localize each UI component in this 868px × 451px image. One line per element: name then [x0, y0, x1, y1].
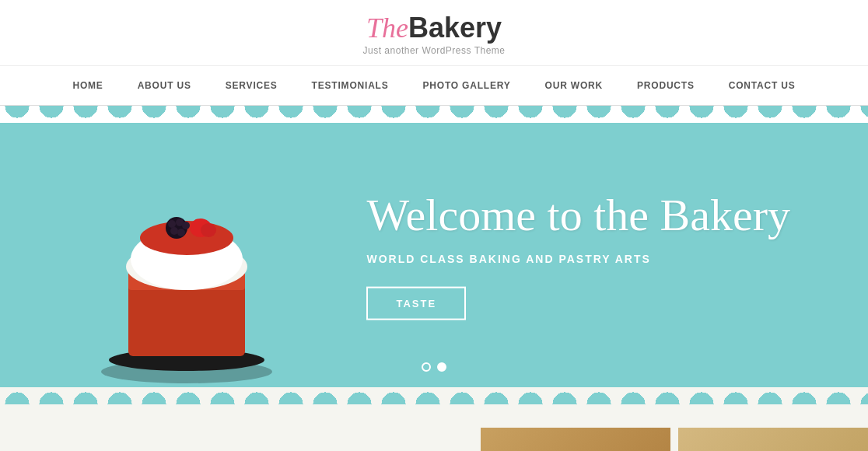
below-hero-section: D — [0, 404, 868, 451]
svg-point-12 — [182, 222, 190, 229]
nav-link-services[interactable]: SERVICES — [208, 66, 295, 105]
hero-section: Welcome to the Bakery WORLD CLASS BAKING… — [0, 123, 868, 387]
logo-the: The — [366, 12, 408, 44]
thumbnail-1 — [481, 428, 670, 451]
nav-item-services[interactable]: SERVICES — [208, 66, 295, 105]
main-nav: HOME ABOUT US SERVICES TESTIMONIALS PHOT… — [0, 66, 868, 106]
svg-point-10 — [168, 220, 176, 228]
nav-list: HOME ABOUT US SERVICES TESTIMONIALS PHOT… — [0, 66, 868, 105]
hero-cake-image — [62, 138, 311, 387]
nav-link-contact[interactable]: CONTACT US — [712, 66, 813, 105]
below-left-content: D — [0, 428, 481, 451]
nav-item-contact[interactable]: CONTACT US — [712, 66, 813, 105]
nav-link-about[interactable]: ABOUT US — [121, 66, 208, 105]
slider-dot-2[interactable] — [437, 362, 446, 372]
wavy-top-border — [0, 106, 868, 123]
nav-link-home[interactable]: HOME — [55, 66, 120, 105]
cake-svg — [70, 146, 303, 387]
nav-item-products[interactable]: PRODUCTS — [620, 66, 712, 105]
hero-subtitle: WORLD CLASS BAKING AND PASTRY ARTS — [366, 252, 790, 264]
nav-link-products[interactable]: PRODUCTS — [620, 66, 712, 105]
taste-button[interactable]: TASTE — [366, 286, 466, 320]
logo-bakery: Bakery — [408, 12, 502, 44]
nav-item-home[interactable]: HOME — [55, 66, 120, 105]
site-header: TheBakery Just another WordPress Theme — [0, 0, 868, 66]
nav-item-work[interactable]: OUR WORK — [528, 66, 620, 105]
site-logo: TheBakery — [0, 14, 868, 42]
hero-text-block: Welcome to the Bakery WORLD CLASS BAKING… — [366, 191, 790, 320]
slider-dots — [422, 362, 446, 372]
svg-point-8 — [201, 223, 216, 237]
wavy-bottom-border — [0, 387, 868, 404]
nav-item-testimonials[interactable]: TESTIMONIALS — [295, 66, 406, 105]
nav-item-about[interactable]: ABOUT US — [121, 66, 208, 105]
decorative-script-letter: D — [47, 443, 434, 451]
nav-link-gallery[interactable]: PHOTO GALLERY — [406, 66, 528, 105]
below-right-thumbnails — [481, 428, 868, 451]
site-tagline: Just another WordPress Theme — [0, 45, 868, 56]
slider-dot-1[interactable] — [422, 362, 431, 372]
nav-item-gallery[interactable]: PHOTO GALLERY — [406, 66, 528, 105]
hero-title: Welcome to the Bakery — [366, 191, 790, 240]
thumbnail-2 — [678, 428, 868, 451]
svg-point-14 — [177, 229, 185, 236]
svg-point-13 — [170, 227, 178, 235]
nav-link-work[interactable]: OUR WORK — [528, 66, 620, 105]
nav-link-testimonials[interactable]: TESTIMONIALS — [295, 66, 406, 105]
